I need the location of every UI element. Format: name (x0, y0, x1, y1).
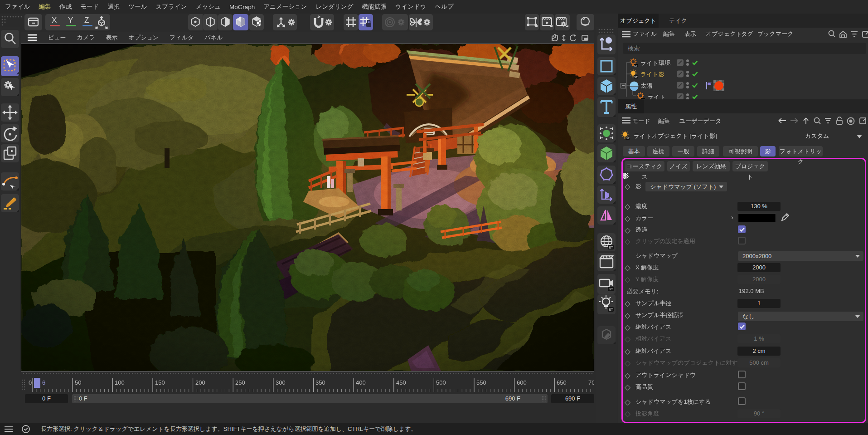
svg-text:650: 650 (557, 379, 567, 386)
svg-text:550: 550 (476, 379, 486, 386)
svg-text:70: 70 (588, 379, 594, 386)
svg-text:ST: ST (634, 64, 638, 67)
svg-text:250: 250 (235, 379, 245, 386)
svg-text:450: 450 (396, 379, 406, 386)
svg-text:ST: ST (634, 76, 638, 78)
svg-text:500: 500 (436, 379, 446, 386)
svg-text:ST: ST (609, 245, 613, 249)
svg-text:300: 300 (276, 379, 286, 386)
svg-text:0: 0 (29, 379, 32, 386)
svg-text:200: 200 (195, 379, 205, 386)
svg-text:350: 350 (315, 379, 325, 386)
svg-text:150: 150 (155, 379, 165, 386)
svg-text:ST: ST (626, 137, 630, 140)
svg-text:100: 100 (115, 379, 125, 386)
svg-text:50: 50 (75, 379, 81, 386)
svg-text:ST: ST (609, 287, 613, 291)
svg-text:6: 6 (42, 379, 45, 386)
svg-text:600: 600 (517, 379, 527, 386)
svg-text:ST: ST (609, 308, 613, 312)
svg-text:400: 400 (356, 379, 366, 386)
